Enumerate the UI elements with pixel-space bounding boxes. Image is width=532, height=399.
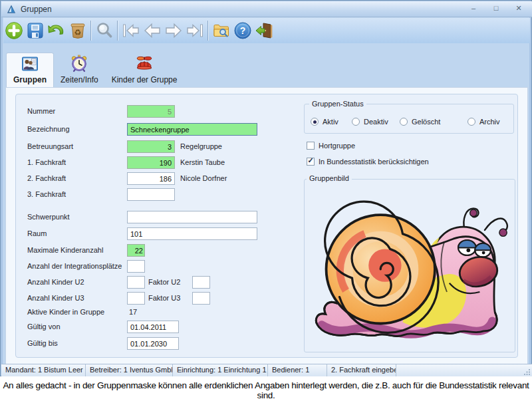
app-window: Gruppen – □ ✕ [0, 0, 532, 376]
gueltig-von-label: Gültig von [27, 323, 61, 331]
propeller-cap-icon [135, 54, 154, 72]
previous-record-icon [143, 21, 162, 40]
bundesstatistik-label: In Bundesstatistik berücksichtigen [319, 158, 429, 166]
fachkraft3-label: 3. Fachkraft [27, 190, 66, 198]
kinder-u2-field[interactable] [127, 276, 145, 289]
bezeichnung-field[interactable] [127, 123, 257, 136]
max-kinder-label: Maximale Kinderanzahl [27, 246, 103, 254]
radio-dot [467, 118, 475, 126]
undo-icon [47, 21, 66, 40]
aktive-kinder-label: Aktive Kinder in Gruppe [27, 308, 104, 316]
tab-kinder-der-gruppe-label: Kinder der Gruppe [112, 75, 178, 84]
radio-archiv-label: Archiv [479, 118, 500, 126]
last-record-icon [186, 21, 204, 40]
recycle-bin-icon: ♻ [68, 21, 87, 40]
aktive-kinder-value: 17 [129, 308, 137, 316]
svg-text:♻: ♻ [74, 28, 82, 37]
fachkraft2-label: 2. Fachkraft [27, 174, 66, 182]
tab-kinder-der-gruppe[interactable]: Kinder der Gruppe [105, 53, 184, 87]
raum-field[interactable] [127, 227, 257, 240]
gruppen-status-title: Gruppen-Status [309, 100, 366, 108]
kinder-u3-label: Anzahl Kinder U3 [27, 294, 84, 302]
next-record-icon [164, 21, 183, 40]
radio-dot [400, 118, 408, 126]
maximize-button[interactable]: □ [488, 3, 504, 14]
radio-geloescht-label: Gelöscht [412, 118, 440, 126]
raum-label: Raum [27, 229, 47, 237]
fachkraft1-label: 1. Fachkraft [27, 158, 66, 166]
radio-geloescht[interactable]: Gelöscht [400, 118, 440, 126]
bundesstatistik-checkbox[interactable]: In Bundesstatistik berücksichtigen [307, 158, 429, 166]
first-record-icon [122, 21, 140, 40]
nummer-field[interactable] [127, 105, 175, 118]
betreuungsart-field[interactable] [127, 140, 175, 153]
statusbar-einrichtung: Einrichtung: 1 Einrichtung 1 [173, 364, 268, 376]
help-icon: ? [233, 21, 252, 40]
save-button[interactable] [25, 19, 46, 42]
kinder-u2-label: Anzahl Kinder U2 [27, 278, 84, 286]
gruppenbild-title: Gruppenbild [307, 174, 352, 182]
toolbar-separator [90, 21, 92, 41]
resize-grip[interactable] [524, 368, 531, 375]
help-button[interactable]: ? [232, 19, 253, 42]
fachkraft3-field[interactable] [127, 188, 175, 201]
gueltig-bis-field[interactable] [127, 337, 179, 350]
schwerpunkt-label: Schwerpunkt [27, 213, 70, 221]
next-record-button[interactable] [163, 19, 184, 42]
tab-zeiten-info-label: Zeiten/Info [61, 75, 98, 84]
last-record-button[interactable] [184, 19, 205, 42]
faktor-u3-field[interactable] [192, 292, 210, 305]
faktor-u2-label: Faktor U2 [148, 278, 180, 286]
radio-dot [352, 118, 360, 126]
tab-gruppen[interactable]: Gruppen [6, 53, 54, 87]
add-icon [5, 21, 23, 40]
radio-deaktiv-label: Deaktiv [364, 118, 388, 126]
svg-text:?: ? [240, 25, 246, 36]
schwerpunkt-field[interactable] [127, 211, 257, 223]
titlebar: Gruppen – □ ✕ [1, 1, 532, 17]
undo-button[interactable] [46, 19, 67, 42]
statusbar-bediener: Bediener: 1 [268, 364, 327, 376]
radio-dot [311, 118, 319, 126]
faktor-u2-field[interactable] [192, 276, 210, 289]
minimize-button[interactable]: – [466, 3, 481, 14]
toolbar: ♻ [3, 18, 530, 43]
radio-aktiv-label: Aktiv [323, 118, 338, 126]
fachkraft1-name: Kerstin Taube [180, 158, 225, 166]
close-button[interactable]: ✕ [511, 3, 527, 14]
toolbar-separator [207, 21, 209, 41]
statusbar-mandant: Mandant: 1 Bistum Leer [1, 364, 86, 376]
add-button[interactable] [3, 19, 25, 42]
fachkraft1-field[interactable] [127, 156, 175, 169]
integrationsplaetze-label: Anzahl der Integrationsplätze [27, 262, 122, 270]
cartoon-snail-image [308, 190, 510, 344]
fachkraft2-field[interactable] [127, 172, 175, 185]
tab-zeiten-info[interactable]: Zeiten/Info [54, 53, 105, 87]
delete-button[interactable]: ♻ [67, 19, 88, 42]
checkbox-box [307, 142, 315, 150]
max-kinder-field[interactable] [127, 244, 145, 257]
integrationsplaetze-field[interactable] [127, 260, 145, 273]
fachkraft2-name: Nicole Dorfner [180, 174, 227, 182]
statusbar-empty [396, 364, 532, 376]
faktor-u3-label: Faktor U3 [148, 294, 180, 302]
toolbar-separator [117, 21, 118, 41]
folder-search-button[interactable] [211, 19, 232, 42]
hortgruppe-checkbox[interactable]: Hortgruppe [307, 142, 355, 150]
radio-deaktiv[interactable]: Deaktiv [352, 118, 388, 126]
gueltig-von-field[interactable] [127, 321, 179, 333]
radio-aktiv[interactable]: Aktiv [311, 118, 338, 126]
kinder-u3-field[interactable] [127, 292, 145, 305]
radio-archiv[interactable]: Archiv [467, 118, 500, 126]
bezeichnung-label: Bezeichnung [27, 125, 70, 133]
exit-door-icon [255, 21, 273, 40]
tab-gruppen-label: Gruppen [13, 75, 47, 84]
exit-button[interactable] [253, 19, 275, 42]
previous-record-button[interactable] [142, 19, 163, 42]
first-record-button[interactable] [120, 19, 142, 42]
search-icon [95, 21, 114, 40]
caption-text: An alles gedacht - in der Gruppenmaske k… [0, 376, 532, 399]
tabstrip: Gruppen Zeiten/Info [6, 53, 184, 87]
search-button[interactable] [94, 19, 115, 42]
statusbar: Mandant: 1 Bistum Leer Betreiber: 1 Iven… [1, 364, 532, 376]
